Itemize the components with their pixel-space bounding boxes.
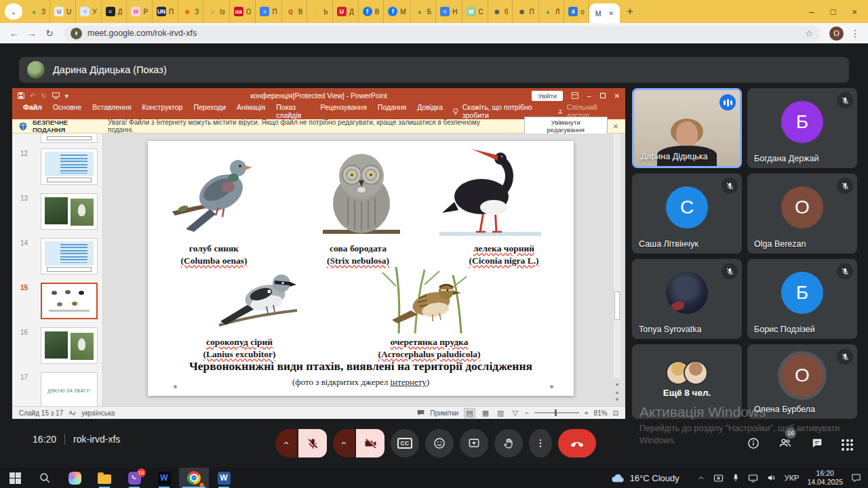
language-indicator[interactable]: українська	[81, 409, 115, 417]
scrollbar-thumb[interactable]	[614, 291, 620, 320]
browser-tab[interactable]: uaО	[230, 0, 256, 23]
window-maximize-button[interactable]: □	[831, 7, 836, 17]
browser-tab[interactable]: fМ	[384, 0, 410, 23]
browser-tab[interactable]: ▪У	[76, 0, 101, 23]
notes-button[interactable]: Примітки	[430, 409, 458, 417]
slideshow-view-icon[interactable]: ▽	[511, 409, 519, 418]
ribbon-tab[interactable]: Рецензування	[315, 103, 372, 119]
ribbon-tab[interactable]: Вставлення	[87, 103, 136, 119]
slide-thumbnail[interactable]	[41, 148, 98, 185]
chat-panel-button[interactable]	[810, 436, 824, 453]
ribbon-tab[interactable]: Показ слайдів	[271, 103, 315, 119]
mic-muted-button[interactable]	[298, 429, 327, 458]
window-minimize-button[interactable]: –	[809, 7, 814, 17]
camera-options-chevron[interactable]	[333, 429, 355, 458]
zoom-in-button[interactable]: +	[585, 409, 589, 417]
browser-tab[interactable]: ☼Із	[203, 0, 229, 23]
slide-thumbnail[interactable]: ДЯКУЮ ЗА УВАГУ!	[41, 372, 98, 406]
tray-tablet-icon[interactable]	[713, 474, 724, 483]
browser-tab[interactable]: UД	[333, 0, 359, 23]
browser-tab[interactable]: UNП	[153, 0, 178, 23]
more-options-button[interactable]	[529, 429, 552, 458]
back-button[interactable]: ←	[5, 28, 23, 39]
raise-hand-button[interactable]	[494, 429, 523, 458]
new-tab-button[interactable]: +	[627, 5, 633, 18]
bookmark-star-icon[interactable]: ☆	[805, 28, 813, 39]
tab-close-icon[interactable]: ✕	[609, 10, 614, 17]
zoom-slider[interactable]	[534, 412, 579, 413]
ppt-minimize-button[interactable]: –	[587, 92, 591, 100]
participant-tile[interactable]: ББорис Подзізей	[747, 259, 857, 339]
ribbon-tab[interactable]: Основне	[47, 103, 87, 119]
ribbon-tab[interactable]: Конструктор	[137, 103, 189, 119]
reload-button[interactable]: ↻	[41, 28, 58, 39]
tab-scroll-chevron-icon[interactable]: ⌄	[5, 3, 22, 20]
ribbon-tab[interactable]: Подання	[372, 103, 412, 119]
slide-nav-buttons[interactable]: ▼▲▼	[612, 381, 623, 403]
fit-slide-icon[interactable]: ⊡	[613, 409, 618, 417]
file-explorer-icon[interactable]	[90, 468, 119, 488]
ppt-sign-in-button[interactable]: Увійти	[532, 91, 563, 101]
slide-thumbnail-partial[interactable]	[41, 134, 98, 143]
participant-tile[interactable]: ББогдана Держай	[747, 88, 857, 168]
browser-tab[interactable]: ≡Д	[102, 0, 127, 23]
slideshow-icon[interactable]	[52, 92, 60, 99]
protected-view-close-icon[interactable]: ✕	[613, 123, 618, 130]
window-close-button[interactable]: ×	[852, 7, 857, 17]
enable-editing-button[interactable]: Увімкнути редагування	[524, 117, 608, 136]
ppt-close-button[interactable]: ✕	[614, 92, 620, 100]
slide-thumbnail[interactable]	[41, 327, 98, 364]
tray-display-icon[interactable]	[748, 474, 758, 483]
viber-icon[interactable]: 18	[119, 468, 149, 488]
reactions-button[interactable]	[425, 429, 454, 458]
browser-tab[interactable]: QВ	[282, 0, 308, 23]
browser-tab-active[interactable]: М✕	[589, 3, 620, 23]
browser-profile-avatar[interactable]: O	[829, 26, 844, 41]
browser-tab[interactable]: ▲З	[25, 0, 50, 23]
ribbon-tab[interactable]: Переходи	[188, 103, 231, 119]
zoom-level[interactable]: 81%	[594, 409, 608, 417]
browser-tab[interactable]: ☼Ь	[307, 0, 333, 23]
qat-customize-icon[interactable]: ▾	[65, 92, 68, 100]
normal-view-icon[interactable]: ▤	[464, 408, 475, 418]
end-call-button[interactable]	[558, 429, 596, 458]
browser-tab[interactable]: ◉З	[178, 0, 203, 23]
activities-grid-icon[interactable]	[842, 439, 853, 451]
spellcheck-icon[interactable]	[68, 409, 76, 417]
slide-thumbnail[interactable]	[41, 238, 98, 274]
zoom-out-button[interactable]: −	[525, 409, 529, 417]
browser-tab[interactable]: UU	[50, 0, 76, 23]
participant-tile[interactable]: Дарина Дідицька	[632, 88, 742, 168]
browser-tab[interactable]: ≡Н	[436, 0, 462, 23]
ppt-restore-button[interactable]	[600, 93, 606, 98]
mic-in-use-icon[interactable]	[71, 28, 82, 39]
browser-tab[interactable]: ▲Л	[539, 0, 565, 23]
undo-icon[interactable]: ↶	[30, 92, 35, 100]
tray-chevron-icon[interactable]	[697, 474, 705, 482]
chrome-taskbar-icon[interactable]	[179, 468, 209, 488]
slide-thumbnail[interactable]	[41, 283, 98, 319]
redo-icon[interactable]: ↻	[41, 92, 46, 100]
browser-tab[interactable]: MР	[127, 0, 153, 23]
participant-tile[interactable]: OOlga Berezan	[747, 174, 857, 253]
copilot-icon[interactable]	[60, 468, 90, 488]
tray-mic-icon[interactable]	[732, 473, 740, 483]
weather-widget[interactable]: 16°C Cloudy	[610, 472, 679, 483]
browser-tab[interactable]: ◉П	[513, 0, 538, 23]
browser-tab[interactable]: fВ	[359, 0, 384, 23]
captions-button[interactable]: CC	[391, 429, 419, 458]
start-button[interactable]	[0, 468, 30, 488]
notes-icon[interactable]	[417, 409, 425, 416]
taskbar-clock[interactable]: 16:2014.04.2025	[807, 469, 843, 487]
ribbon-tab[interactable]: Довідка	[412, 103, 448, 119]
browser-tab[interactable]: 4о	[564, 0, 589, 23]
ribbon-tab[interactable]: Анімація	[231, 103, 271, 119]
participant-tile[interactable]: Tonya Syrovatka	[632, 259, 742, 339]
ribbon-display-icon[interactable]	[572, 92, 578, 99]
language-switcher[interactable]: УКР	[785, 474, 800, 482]
reading-view-icon[interactable]: ▥	[496, 409, 505, 418]
browser-tab[interactable]: ≡П	[256, 0, 281, 23]
save-icon[interactable]	[18, 92, 24, 99]
browser-tab[interactable]: ◉б	[488, 0, 513, 23]
address-bar[interactable]: meet.google.com/rok-irvd-xfs ☆	[64, 26, 820, 41]
